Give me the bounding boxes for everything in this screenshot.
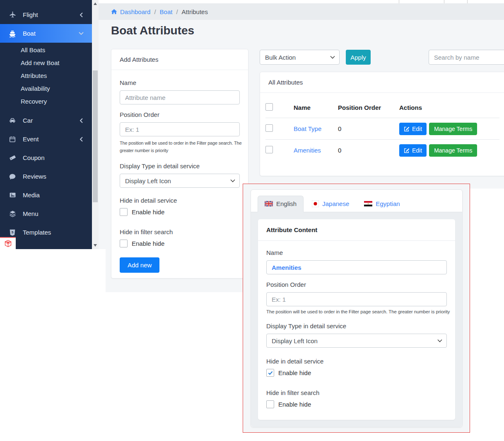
attribute-content-title: Attribute Content bbox=[258, 219, 455, 241]
edit-pencil-icon bbox=[404, 126, 410, 132]
ship-icon bbox=[7, 29, 17, 38]
hide-filter-checkbox[interactable] bbox=[266, 400, 274, 408]
enable-hide-label: Enable hide bbox=[278, 369, 311, 376]
scroll-up-arrow-icon[interactable] bbox=[94, 2, 97, 5]
language-tabs-card: English Japanese Egyptian Attrib bbox=[251, 189, 463, 427]
position-order-label: Position Order bbox=[120, 111, 240, 118]
laravel-icon bbox=[4, 239, 12, 248]
attribute-link[interactable]: Boat Type bbox=[294, 125, 321, 132]
search-input[interactable] bbox=[429, 50, 504, 65]
sidebar-item-label: Flight bbox=[23, 11, 38, 18]
calendar-icon bbox=[7, 136, 17, 143]
debugbar-toggle[interactable] bbox=[0, 237, 16, 249]
table-row: Amenities 0 Edit Manage Terms bbox=[265, 140, 499, 161]
breadcrumb-boat-link[interactable]: Boat bbox=[160, 8, 173, 15]
breadcrumb-dashboard-link[interactable]: Dashboard bbox=[111, 8, 150, 15]
sidebar-subitem-availability[interactable]: Availability bbox=[0, 82, 92, 95]
sidebar-item-menu[interactable]: Menu bbox=[0, 204, 92, 223]
modal-display-type-select[interactable]: Display Left Icon bbox=[266, 334, 447, 348]
top-strip-separator bbox=[444, 0, 444, 3]
tab-japanese[interactable]: Japanese bbox=[305, 196, 356, 212]
bulk-action-wrap: Bulk Action bbox=[260, 50, 340, 65]
breadcrumb-label: Dashboard bbox=[120, 8, 150, 15]
scroll-down-arrow-icon[interactable] bbox=[94, 244, 97, 247]
html5-icon: 5 bbox=[7, 229, 17, 236]
attribute-link[interactable]: Amenities bbox=[294, 147, 321, 154]
position-order-label: Position Order bbox=[266, 281, 447, 288]
svg-text:5: 5 bbox=[12, 230, 14, 234]
position-help-text: The position will be used to order in th… bbox=[266, 309, 447, 314]
bulk-action-select[interactable]: Bulk Action bbox=[260, 50, 340, 65]
display-type-label: Display Type in detail service bbox=[120, 162, 240, 170]
name-label: Name bbox=[120, 79, 240, 86]
edit-pencil-icon bbox=[404, 148, 410, 153]
hide-filter-checkbox[interactable] bbox=[120, 240, 128, 247]
table-row: Boat Type 0 Edit Manage Terms bbox=[265, 118, 499, 140]
sidebar-item-car[interactable]: Car bbox=[0, 111, 92, 130]
sidebar-subitem-attributes[interactable]: Attributes bbox=[0, 69, 92, 82]
column-header-actions: Actions bbox=[399, 103, 499, 118]
sidebar-item-label: Event bbox=[23, 136, 39, 143]
sidebar-item-event[interactable]: Event bbox=[0, 130, 92, 148]
tab-label: English bbox=[276, 200, 297, 207]
sidebar-subitem-all-boats[interactable]: All Boats bbox=[0, 44, 92, 56]
position-order-input[interactable] bbox=[120, 122, 240, 136]
edit-button[interactable]: Edit bbox=[399, 123, 427, 135]
manage-terms-button[interactable]: Manage Terms bbox=[429, 144, 477, 157]
sidebar-item-label: Templates bbox=[23, 229, 51, 236]
layers-icon bbox=[7, 210, 17, 218]
add-attributes-card: Add Attributes Name Position Order The p… bbox=[111, 49, 248, 279]
tab-egyptian[interactable]: Egyptian bbox=[357, 196, 406, 212]
chevron-left-icon bbox=[79, 118, 84, 123]
tab-label: Japanese bbox=[322, 200, 349, 207]
sidebar-item-coupon[interactable]: Coupon bbox=[0, 148, 92, 167]
egypt-flag-icon bbox=[364, 201, 372, 206]
column-header-name: Name bbox=[294, 103, 338, 118]
hide-detail-label: Hide in detail service bbox=[120, 197, 240, 204]
modal-name-input[interactable] bbox=[266, 260, 447, 274]
edit-button[interactable]: Edit bbox=[399, 144, 427, 157]
sidebar-scrollbar[interactable] bbox=[92, 0, 99, 249]
select-all-checkbox[interactable] bbox=[265, 103, 273, 111]
breadcrumb-separator: / bbox=[176, 8, 178, 15]
home-icon bbox=[111, 9, 117, 15]
sidebar-item-media[interactable]: Media bbox=[0, 186, 92, 204]
japan-flag-icon bbox=[312, 200, 319, 207]
apply-button[interactable]: Apply bbox=[346, 50, 371, 65]
display-type-select[interactable]: Display Left Icon bbox=[120, 174, 240, 188]
attribute-name-input[interactable] bbox=[120, 90, 240, 104]
sidebar-item-boat[interactable]: Boat bbox=[0, 24, 92, 43]
hide-detail-checkbox-checked[interactable] bbox=[266, 369, 274, 377]
tab-label: Egyptian bbox=[376, 200, 400, 207]
breadcrumb-separator: / bbox=[154, 8, 156, 15]
sidebar: Flight Boat All Boats Add new Boat Attri… bbox=[0, 0, 92, 249]
add-new-button[interactable]: Add new bbox=[120, 257, 159, 273]
page-title: Boat Attributes bbox=[111, 24, 194, 37]
sidebar-subitem-recovery[interactable]: Recovery bbox=[0, 95, 92, 108]
tab-content: Attribute Content Name Position Order Th… bbox=[251, 212, 462, 427]
plane-icon bbox=[7, 11, 17, 19]
scrollbar-thumb[interactable] bbox=[93, 70, 98, 202]
modal-position-input[interactable] bbox=[266, 292, 447, 306]
tab-english[interactable]: English bbox=[258, 196, 304, 212]
comment-icon bbox=[7, 173, 17, 180]
car-icon bbox=[7, 116, 17, 125]
position-value: 0 bbox=[338, 118, 399, 140]
breadcrumb: Dashboard / Boat / Attributes bbox=[99, 3, 504, 20]
page: Flight Boat All Boats Add new Boat Attri… bbox=[0, 0, 504, 441]
enable-hide-label: Enable hide bbox=[132, 208, 164, 216]
hide-detail-checkbox[interactable] bbox=[120, 208, 128, 216]
ticket-icon bbox=[7, 154, 17, 162]
sidebar-subitem-add-new-boat[interactable]: Add new Boat bbox=[0, 56, 92, 69]
chevron-left-icon bbox=[79, 137, 84, 142]
sidebar-item-flight[interactable]: Flight bbox=[0, 5, 92, 24]
row-checkbox[interactable] bbox=[265, 146, 273, 153]
row-checkbox[interactable] bbox=[265, 124, 273, 132]
top-strip-separator bbox=[399, 0, 399, 3]
name-label: Name bbox=[266, 249, 447, 256]
manage-terms-button[interactable]: Manage Terms bbox=[429, 123, 477, 135]
sidebar-item-reviews[interactable]: Reviews bbox=[0, 167, 92, 186]
hide-detail-label: Hide in detail service bbox=[266, 358, 447, 365]
edit-button-label: Edit bbox=[412, 147, 422, 154]
enable-hide-label: Enable hide bbox=[278, 401, 311, 408]
